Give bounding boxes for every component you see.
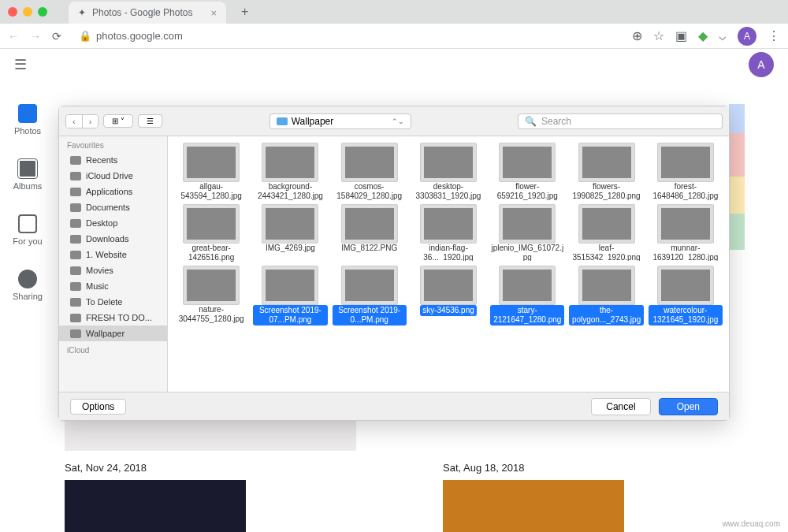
list-icon: ☰ [147,117,154,125]
file-item[interactable]: great-bear-1426516.png [174,204,248,262]
photo-thumbnail[interactable] [65,480,246,532]
sidebar-item-sharing[interactable]: Sharing [0,270,55,301]
sidebar-item-albums[interactable]: Albums [0,159,55,191]
file-item[interactable]: jplenio_IMG_61072.jpg [490,204,564,262]
window-minimize-button[interactable] [23,7,32,17]
location-name: Wallpaper [292,116,334,127]
address-bar[interactable]: 🔒 photos.google.com [79,30,621,42]
search-input[interactable]: 🔍 Search [518,113,723,129]
folder-icon [277,117,288,125]
file-item[interactable]: nature-3044755_1280.jpg [174,266,248,326]
folder-label: FRESH TO DO... [86,313,152,322]
sidebar-folder-item[interactable]: Music [59,278,167,294]
file-name: flower-659216_1920.jpg [490,182,564,201]
file-item[interactable]: Screenshot 2019-0...PM.png [333,266,407,326]
file-item[interactable]: cosmos-1584029_1280.jpg [333,143,407,201]
forward-button[interactable]: → [30,30,41,43]
sidebar-folder-item[interactable]: To Delete [59,294,167,310]
file-item[interactable]: watercolour-1321645_1920.jpg [649,266,723,326]
app-avatar[interactable]: A [749,52,774,77]
browser-tab[interactable]: ✦ Photos - Google Photos × [69,2,226,24]
file-item[interactable]: background-2443421_1280.jpg [253,143,327,201]
file-name: the-polygon..._2743.jpg [569,305,643,326]
close-tab-icon[interactable]: × [210,7,217,19]
file-name: munnar-1639120_1280.jpg [649,244,723,262]
file-item[interactable]: flowers-1990825_1280.png [569,143,643,201]
folder-icon [70,156,81,165]
profile-avatar[interactable]: A [738,27,756,46]
location-dropdown[interactable]: Wallpaper ⌃⌄ [269,113,411,129]
folder-label: Recents [86,155,117,165]
file-item[interactable]: IMG_8122.PNG [333,204,407,262]
file-item[interactable]: Screenshot 2019-07...PM.png [253,266,327,326]
file-item[interactable]: allgau-543594_1280.jpg [174,143,248,201]
file-item[interactable]: indian-flag-36..._1920.jpg [411,204,485,262]
folder-label: Movies [86,266,113,275]
sidebar-folder-item[interactable]: Wallpaper [59,326,167,341]
sidebar-folder-item[interactable]: Documents [59,199,167,215]
view-mode-button[interactable]: ⊞ ˅ [103,114,133,128]
window-zoom-button[interactable] [38,7,47,17]
file-thumbnail [420,143,477,182]
sidebar-folder-item[interactable]: iCloud Drive [59,168,167,184]
file-thumbnail [578,143,635,182]
file-item[interactable]: leaf-3515342_1920.png [569,204,643,262]
file-thumbnail [262,204,318,244]
nav-back-button[interactable]: ‹ [66,115,82,128]
options-button[interactable]: Options [70,399,126,415]
sidebar-folder-item[interactable]: Recents [59,152,167,168]
window-close-button[interactable] [8,7,17,17]
pocket-icon[interactable]: ⌵ [719,28,727,43]
file-picker-toolbar: ‹ › ⊞ ˅ ☰ Wallpaper ⌃⌄ 🔍 Search [59,106,729,136]
file-item[interactable]: sky-34536.png [411,266,485,326]
file-thumbnail [578,266,635,305]
file-item[interactable]: stary-2121647_1280.png [490,266,564,326]
file-thumbnail [499,266,556,305]
file-item[interactable]: the-polygon..._2743.jpg [569,266,643,326]
search-placeholder: Search [541,116,571,127]
bookmark-icon[interactable]: ☆ [653,28,664,43]
file-name: leaf-3515342_1920.png [569,244,643,262]
file-item[interactable]: flower-659216_1920.jpg [490,143,564,201]
sidebar-item-photos[interactable]: Photos [0,104,55,136]
group-button[interactable]: ☰ [138,114,162,128]
folder-label: To Delete [86,297,122,307]
file-name: stary-2121647_1280.png [490,305,564,326]
browser-menu-icon[interactable]: ⋮ [768,28,780,43]
file-thumbnail [183,266,240,305]
sidebar-item-foryou[interactable]: For you [0,214,55,246]
folder-icon [70,329,81,338]
back-button[interactable]: ← [8,30,19,43]
photo-thumbnail[interactable] [443,480,624,532]
sidebar-folder-item[interactable]: Movies [59,262,167,278]
sidebar-folder-item[interactable]: Downloads [59,231,167,247]
sidebar-folder-item[interactable]: Applications [59,184,167,199]
open-button[interactable]: Open [659,398,718,415]
file-item[interactable]: forest-1648486_1280.jpg [649,143,723,201]
cast-icon[interactable]: ▣ [675,28,687,43]
sidebar-folder-item[interactable]: Desktop [59,215,167,231]
file-item[interactable]: munnar-1639120_1280.jpg [649,204,723,262]
folder-label: 1. Website [86,250,127,259]
nav-forward-button[interactable]: › [82,115,98,128]
folder-icon [70,314,81,322]
sidebar-folder-item[interactable]: FRESH TO DO... [59,310,167,326]
reload-button[interactable]: ⟳ [52,30,61,43]
cancel-button[interactable]: Cancel [591,398,650,415]
file-name: allgau-543594_1280.jpg [174,182,248,201]
shield-icon[interactable]: ◆ [698,28,708,43]
tab-favicon: ✦ [78,7,86,18]
scroll-timeline[interactable] [729,104,745,250]
new-tab-button[interactable]: + [241,5,248,19]
file-thumbnail [657,143,714,182]
file-thumbnail [341,204,398,244]
file-item[interactable]: IMG_4269.jpg [253,204,327,262]
extension-icon[interactable]: ⊕ [632,28,642,43]
file-thumbnail [183,204,240,244]
file-thumbnail [499,143,556,182]
file-thumbnail [420,204,477,244]
file-picker-sidebar: Favourites RecentsiCloud DriveApplicatio… [59,136,168,392]
sidebar-folder-item[interactable]: 1. Website [59,247,167,262]
file-item[interactable]: desktop-3303831_1920.jpg [411,143,485,201]
hamburger-menu-icon[interactable]: ☰ [14,56,27,73]
